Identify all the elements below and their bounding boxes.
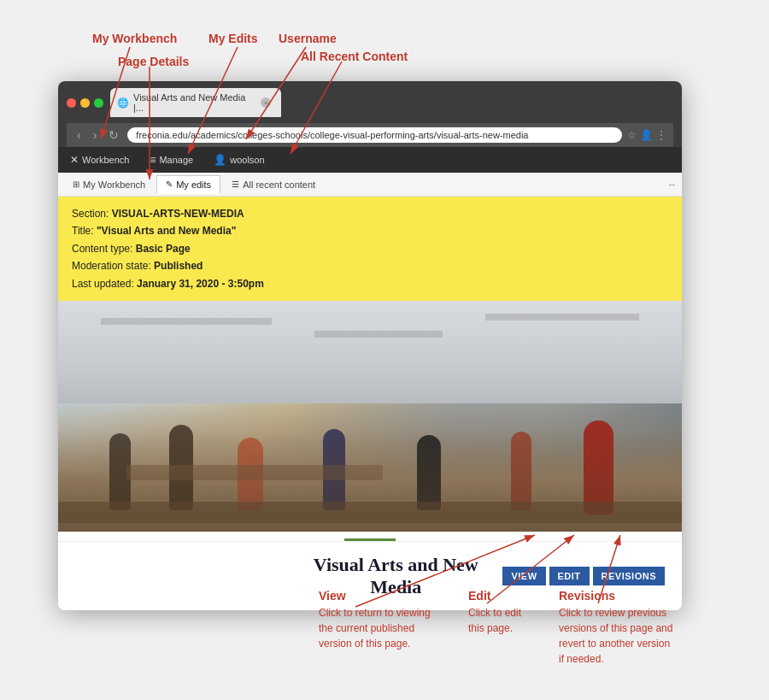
tab-all-recent[interactable]: ☰ All recent content (222, 175, 325, 194)
annotation-revisions-title: Revisions (559, 588, 672, 605)
active-tab[interactable]: 🌐 Visual Arts and New Media |... × (110, 88, 281, 117)
admin-tabs: ⊞ My Workbench ✎ My edits ☰ All recent c… (58, 173, 682, 197)
last-updated-row: Last updated: January 31, 2020 - 3:50pm (72, 275, 668, 292)
content-type-value: Basic Page (136, 243, 191, 255)
title-label: Title: (72, 225, 97, 237)
annotation-edit-label: Edit Click to editthis page. (468, 588, 521, 636)
bookmark-icon[interactable]: ☆ (627, 129, 637, 141)
beam-1 (101, 318, 272, 325)
user-icon: 👤 (214, 154, 226, 166)
menu-icon[interactable]: ⋮ (656, 129, 666, 141)
browser-chrome: 🌐 Visual Arts and New Media |... × ‹ › ↻… (58, 81, 682, 147)
moderation-value: Published (154, 260, 203, 272)
person-silhouette-6 (511, 432, 531, 510)
tab-favicon: 🌐 (117, 97, 129, 109)
person-silhouette-3 (238, 438, 263, 510)
table-surface-2 (126, 465, 383, 480)
annotation-view-desc: Click to return to viewingthe current pu… (319, 605, 431, 651)
page-info-bar: Section: VISUAL-ARTS-NEW-MEDIA Title: "V… (58, 197, 682, 301)
toolbar-user[interactable]: 👤 woolson (208, 147, 269, 173)
browser-icons: ☆ 👤 ⋮ (627, 129, 666, 141)
annotation-revisions-label: Revisions Click to review previousversio… (559, 588, 672, 667)
toolbar-workbench[interactable]: ✕ Workbench (65, 147, 134, 173)
last-updated-value: January 31, 2020 - 3:50pm (137, 278, 264, 290)
beam-2 (314, 331, 443, 338)
traffic-lights (67, 98, 103, 108)
workbench-icon: ✕ (70, 154, 79, 166)
annotation-all-recent: All Recent Content (301, 49, 408, 66)
toolbar-manage[interactable]: ≡ Manage (144, 147, 198, 173)
title-row: Title: "Visual Arts and New Media" (72, 222, 668, 239)
manage-icon: ≡ (150, 154, 156, 166)
annotation-view-title: View (319, 588, 431, 605)
tab-close-button[interactable]: × (261, 97, 271, 108)
profile-icon[interactable]: 👤 (640, 129, 653, 141)
drupal-toolbar: ✕ Workbench ≡ Manage 👤 woolson (58, 147, 682, 173)
back-button[interactable]: ‹ (73, 126, 85, 144)
edit-button[interactable]: EDIT (549, 567, 590, 585)
table-surface (58, 502, 682, 523)
person-silhouette-5 (417, 435, 441, 510)
edits-tab-icon: ✎ (166, 179, 173, 189)
floor-decoration (58, 403, 682, 532)
title-divider-wrapper (58, 532, 682, 541)
title-value: "Visual Arts and New Media" (97, 225, 236, 237)
annotation-edit-desc: Click to editthis page. (468, 605, 521, 636)
annotation-my-workbench: My Workbench (92, 31, 177, 48)
annotation-my-edits: My Edits (208, 31, 258, 48)
recent-tab-icon: ☰ (232, 179, 239, 189)
annotation-view-label: View Click to return to viewingthe curre… (319, 588, 431, 651)
last-updated-label: Last updated: (72, 278, 137, 290)
tab-bar: 🌐 Visual Arts and New Media |... × (110, 88, 281, 117)
tab-my-workbench[interactable]: ⊞ My Workbench (63, 175, 155, 194)
annotation-edit-title: Edit (468, 588, 521, 605)
close-button[interactable] (67, 98, 76, 108)
action-buttons: VIEW EDIT REVISIONS (502, 567, 665, 585)
beam-3 (485, 314, 639, 321)
person-silhouette-2 (169, 425, 193, 510)
workbench-tab-icon: ⊞ (73, 179, 79, 189)
section-label: Section: (72, 208, 112, 220)
content-type-label: Content type: (72, 243, 136, 255)
tab-my-edits-label: My edits (176, 179, 211, 190)
address-bar-row: ‹ › ↻ freconia.edu/academics/colleges-sc… (67, 123, 673, 147)
section-value: VISUAL-ARTS-NEW-MEDIA (112, 208, 244, 220)
browser-window: 🌐 Visual Arts and New Media |... × ‹ › ↻… (58, 81, 682, 610)
ceiling-decoration (58, 301, 682, 403)
person-silhouette-4 (323, 429, 345, 510)
hero-image (58, 301, 682, 532)
toolbar-workbench-label: Workbench (82, 155, 129, 165)
revisions-button[interactable]: REVISIONS (593, 567, 665, 585)
forward-button[interactable]: › (90, 126, 101, 144)
tab-my-workbench-label: My Workbench (83, 179, 145, 190)
admin-tabs-right: ↔ (667, 179, 677, 190)
annotation-username: Username (279, 31, 337, 48)
tab-all-recent-label: All recent content (243, 179, 315, 190)
toolbar-username: woolson (230, 155, 264, 165)
section-row: Section: VISUAL-ARTS-NEW-MEDIA (72, 205, 668, 222)
maximize-button[interactable] (94, 98, 103, 108)
annotation-page-details: Page Details (118, 54, 189, 71)
reload-button[interactable]: ↻ (105, 126, 122, 144)
tab-title: Visual Arts and New Media |... (133, 92, 253, 113)
minimize-button[interactable] (80, 98, 90, 108)
tab-my-edits[interactable]: ✎ My edits (156, 175, 220, 194)
content-type-row: Content type: Basic Page (72, 240, 668, 257)
person-silhouette-7 (584, 421, 613, 515)
moderation-row: Moderation state: Published (72, 257, 668, 274)
view-button[interactable]: VIEW (502, 567, 545, 585)
annotation-revisions-desc: Click to review previousversions of this… (559, 605, 672, 667)
person-silhouette-1 (109, 433, 131, 510)
moderation-label: Moderation state: (72, 260, 154, 272)
toolbar-manage-label: Manage (159, 155, 193, 165)
address-input[interactable]: freconia.edu/academics/colleges-schools/… (127, 127, 622, 143)
title-bar: 🌐 Visual Arts and New Media |... × (67, 88, 673, 117)
